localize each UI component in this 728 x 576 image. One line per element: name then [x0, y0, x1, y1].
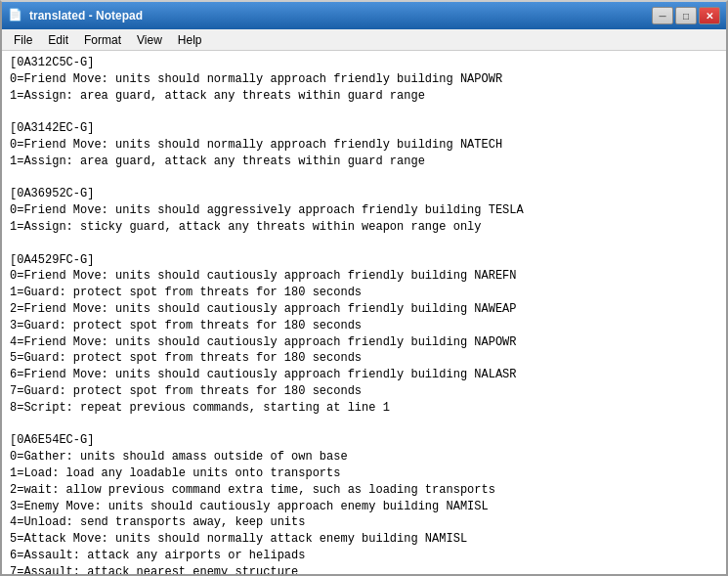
close-button[interactable]: ✕: [699, 7, 720, 24]
text-editor[interactable]: [2, 51, 726, 574]
title-bar: 📄 translated - Notepad ─ □ ✕: [2, 2, 726, 29]
menu-file[interactable]: File: [6, 31, 40, 49]
title-bar-left: 📄 translated - Notepad: [8, 8, 143, 23]
menu-help[interactable]: Help: [170, 31, 210, 49]
menu-view[interactable]: View: [129, 31, 170, 49]
menu-format[interactable]: Format: [76, 31, 129, 49]
maximize-button[interactable]: □: [675, 7, 697, 24]
content-wrapper: [2, 51, 726, 574]
window-title: translated - Notepad: [29, 9, 143, 22]
notepad-window: 📄 translated - Notepad ─ □ ✕ File Edit F…: [0, 0, 728, 576]
app-icon: 📄: [8, 8, 23, 23]
title-bar-buttons: ─ □ ✕: [652, 7, 720, 24]
menu-bar: File Edit Format View Help: [2, 29, 726, 51]
minimize-button[interactable]: ─: [652, 7, 673, 24]
menu-edit[interactable]: Edit: [40, 31, 76, 49]
